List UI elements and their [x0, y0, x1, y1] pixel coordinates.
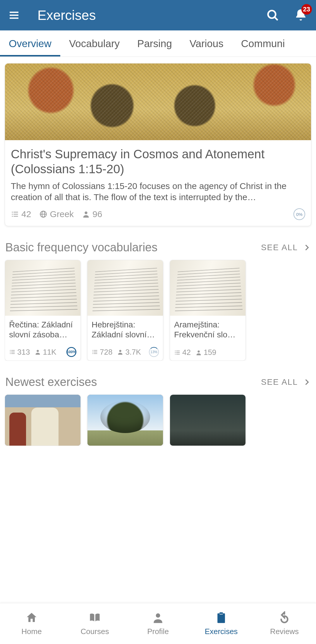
svg-point-21	[37, 350, 39, 352]
person-icon	[117, 349, 123, 355]
nav-home[interactable]: Home	[0, 603, 63, 644]
svg-rect-15	[10, 350, 11, 351]
svg-rect-27	[94, 353, 97, 354]
nav-label: Exercises	[205, 627, 238, 636]
book-icon	[88, 611, 101, 624]
item-count: 313	[9, 348, 30, 357]
chevron-right-icon	[303, 244, 311, 251]
svg-rect-10	[13, 216, 18, 217]
notification-badge: 23	[301, 4, 312, 15]
svg-rect-9	[12, 216, 13, 217]
newest-card[interactable]	[87, 394, 163, 446]
card-image	[170, 260, 245, 316]
svg-rect-30	[176, 351, 180, 351]
progress-badge: 100%	[66, 347, 76, 357]
see-all-label: SEE ALL	[261, 243, 298, 252]
tab-overview[interactable]: Overview	[0, 30, 60, 56]
vocab-scroller[interactable]: Řečtina: Základní slovní zásoba (3… 313 …	[5, 260, 311, 361]
card-image	[5, 395, 80, 446]
svg-rect-22	[92, 350, 93, 351]
nav-exercises[interactable]: Exercises	[190, 603, 253, 644]
featured-title: Christ's Supremacy in Cosmos and Atoneme…	[11, 147, 305, 176]
progress-badge: 0%	[293, 208, 305, 220]
user-count: 3.7K	[117, 348, 141, 357]
svg-rect-33	[175, 354, 176, 355]
card-title: Řečtina: Základní slovní zásoba (3…	[9, 320, 76, 340]
svg-rect-29	[175, 351, 176, 351]
list-icon	[11, 210, 19, 218]
card-image	[87, 260, 163, 316]
clipboard-icon	[215, 611, 228, 624]
see-all-newest[interactable]: SEE ALL	[261, 377, 311, 387]
section-header-newest: Newest exercises SEE ALL	[5, 375, 311, 389]
nav-profile[interactable]: Profile	[126, 603, 190, 644]
svg-point-14	[85, 212, 87, 214]
svg-rect-17	[10, 352, 11, 353]
item-count: 728	[92, 348, 112, 357]
card-image	[87, 395, 163, 446]
featured-image	[5, 63, 311, 140]
card-title: Hebrejština: Základní slovní z…	[92, 320, 159, 340]
section-header-vocab: Basic frequency vocabularies SEE ALL	[5, 241, 311, 254]
tab-vocabulary[interactable]: Vocabulary	[60, 30, 128, 56]
user-count-value: 159	[204, 348, 216, 357]
svg-rect-20	[11, 353, 15, 354]
featured-exercise-card[interactable]: Christ's Supremacy in Cosmos and Atoneme…	[5, 63, 311, 226]
user-count-value: 96	[92, 209, 102, 219]
svg-rect-34	[176, 354, 180, 355]
search-icon[interactable]	[266, 8, 280, 22]
card-image	[5, 260, 80, 316]
see-all-vocab[interactable]: SEE ALL	[261, 243, 311, 252]
list-icon	[92, 349, 98, 355]
card-image	[170, 395, 245, 446]
notification-bell[interactable]: 23	[294, 8, 308, 22]
featured-description: The hymn of Colossians 1:15-20 focuses o…	[11, 181, 305, 202]
svg-rect-8	[13, 214, 18, 214]
svg-rect-7	[12, 214, 13, 214]
svg-rect-18	[11, 352, 15, 353]
item-count-value: 313	[17, 348, 30, 357]
user-count: 96	[82, 209, 102, 219]
vocab-card[interactable]: Aramejština: Frekvenční slo… 42 159	[170, 260, 246, 361]
nav-courses[interactable]: Courses	[63, 603, 126, 644]
language-value: Greek	[50, 209, 74, 219]
language: Greek	[39, 209, 74, 219]
newest-card[interactable]	[5, 394, 81, 446]
refresh-icon	[278, 611, 291, 624]
user-count: 11K	[35, 348, 56, 357]
nav-label: Home	[21, 627, 42, 636]
content-area: Christ's Supremacy in Cosmos and Atoneme…	[0, 57, 316, 603]
card-title: Aramejština: Frekvenční slo…	[174, 320, 241, 340]
newest-card[interactable]	[170, 394, 246, 446]
item-count-value: 42	[21, 209, 31, 219]
svg-rect-24	[92, 352, 93, 353]
person-icon	[35, 349, 41, 355]
newest-scroller[interactable]	[5, 394, 311, 446]
tab-various[interactable]: Various	[181, 30, 232, 56]
see-all-label: SEE ALL	[261, 377, 298, 387]
nav-label: Profile	[147, 627, 169, 636]
globe-icon	[39, 210, 47, 218]
item-count-value: 728	[100, 348, 112, 357]
svg-rect-16	[11, 350, 15, 351]
vocab-card[interactable]: Hebrejština: Základní slovní z… 728 3.7K…	[87, 260, 163, 361]
menu-icon[interactable]	[8, 9, 20, 21]
svg-rect-25	[94, 352, 97, 353]
person-icon	[195, 349, 202, 356]
tab-community[interactable]: Communi	[232, 30, 294, 56]
svg-line-4	[274, 17, 278, 20]
svg-point-36	[156, 613, 160, 618]
svg-rect-32	[176, 352, 180, 353]
user-count: 159	[195, 348, 216, 357]
svg-rect-6	[13, 212, 18, 212]
nav-label: Courses	[81, 627, 109, 636]
tab-parsing[interactable]: Parsing	[128, 30, 181, 56]
person-icon	[82, 210, 90, 218]
bottom-nav: Home Courses Profile Exercises Reviews	[0, 603, 316, 644]
item-count-value: 42	[182, 348, 191, 357]
featured-meta: 42 Greek 96 0%	[11, 208, 305, 220]
list-icon	[9, 349, 16, 355]
vocab-card[interactable]: Řečtina: Základní slovní zásoba (3… 313 …	[5, 260, 81, 361]
nav-reviews[interactable]: Reviews	[253, 603, 316, 644]
svg-point-3	[268, 11, 276, 18]
